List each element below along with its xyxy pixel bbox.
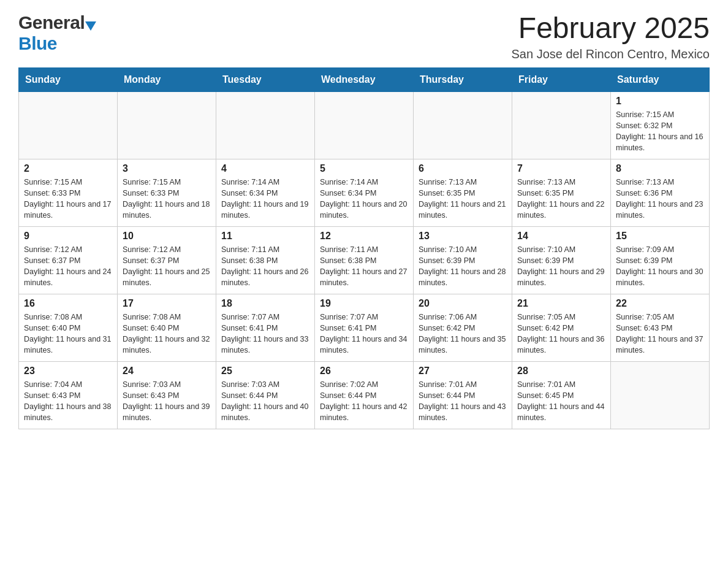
calendar-day-cell: 2Sunrise: 7:15 AMSunset: 6:33 PMDaylight… <box>19 159 118 226</box>
calendar-day-header: Saturday <box>611 67 710 91</box>
day-number: 21 <box>517 298 605 309</box>
day-info: Sunrise: 7:01 AMSunset: 6:44 PMDaylight:… <box>419 379 507 424</box>
logo-general: General <box>18 12 85 33</box>
day-number: 27 <box>419 366 507 377</box>
day-number: 20 <box>419 298 507 309</box>
logo: General Blue <box>18 12 96 54</box>
calendar-day-cell: 25Sunrise: 7:03 AMSunset: 6:44 PMDayligh… <box>216 361 315 429</box>
day-info: Sunrise: 7:02 AMSunset: 6:44 PMDaylight:… <box>320 379 408 424</box>
calendar-header-row: SundayMondayTuesdayWednesdayThursdayFrid… <box>19 67 710 91</box>
day-number: 24 <box>123 366 211 377</box>
day-number: 8 <box>616 163 704 174</box>
calendar-day-cell: 9Sunrise: 7:12 AMSunset: 6:37 PMDaylight… <box>19 226 118 294</box>
calendar-day-cell: 20Sunrise: 7:06 AMSunset: 6:42 PMDayligh… <box>414 294 512 361</box>
calendar-day-cell: 24Sunrise: 7:03 AMSunset: 6:43 PMDayligh… <box>118 361 216 429</box>
calendar-day-cell: 6Sunrise: 7:13 AMSunset: 6:35 PMDaylight… <box>414 159 512 226</box>
day-info: Sunrise: 7:14 AMSunset: 6:34 PMDaylight:… <box>221 177 309 221</box>
calendar-day-header: Thursday <box>414 67 512 91</box>
calendar-body: 1Sunrise: 7:15 AMSunset: 6:32 PMDaylight… <box>19 91 710 429</box>
day-number: 6 <box>419 163 507 174</box>
calendar-week-row: 1Sunrise: 7:15 AMSunset: 6:32 PMDaylight… <box>19 91 710 159</box>
calendar-day-cell: 22Sunrise: 7:05 AMSunset: 6:43 PMDayligh… <box>611 294 710 361</box>
day-number: 25 <box>221 366 309 377</box>
day-info: Sunrise: 7:10 AMSunset: 6:39 PMDaylight:… <box>419 244 507 289</box>
day-info: Sunrise: 7:11 AMSunset: 6:38 PMDaylight:… <box>221 244 309 289</box>
calendar-day-cell <box>118 91 216 159</box>
day-number: 9 <box>24 231 112 242</box>
day-number: 16 <box>24 298 112 309</box>
calendar-week-row: 16Sunrise: 7:08 AMSunset: 6:40 PMDayligh… <box>19 294 710 361</box>
day-number: 17 <box>123 298 211 309</box>
calendar-table: SundayMondayTuesdayWednesdayThursdayFrid… <box>18 67 710 429</box>
calendar-day-cell: 8Sunrise: 7:13 AMSunset: 6:36 PMDaylight… <box>611 159 710 226</box>
day-number: 23 <box>24 366 112 377</box>
day-number: 5 <box>320 163 408 174</box>
calendar-day-cell: 26Sunrise: 7:02 AMSunset: 6:44 PMDayligh… <box>315 361 414 429</box>
calendar-day-cell: 12Sunrise: 7:11 AMSunset: 6:38 PMDayligh… <box>315 226 414 294</box>
calendar-day-header: Wednesday <box>315 67 414 91</box>
day-info: Sunrise: 7:05 AMSunset: 6:42 PMDaylight:… <box>517 312 605 356</box>
calendar-day-cell: 15Sunrise: 7:09 AMSunset: 6:39 PMDayligh… <box>611 226 710 294</box>
calendar-day-header: Tuesday <box>216 67 315 91</box>
day-number: 2 <box>24 163 112 174</box>
calendar-day-cell <box>414 91 512 159</box>
day-info: Sunrise: 7:15 AMSunset: 6:33 PMDaylight:… <box>24 177 112 221</box>
calendar-day-cell: 23Sunrise: 7:04 AMSunset: 6:43 PMDayligh… <box>19 361 118 429</box>
calendar-day-cell: 5Sunrise: 7:14 AMSunset: 6:34 PMDaylight… <box>315 159 414 226</box>
day-info: Sunrise: 7:13 AMSunset: 6:36 PMDaylight:… <box>616 177 704 221</box>
calendar-day-cell: 1Sunrise: 7:15 AMSunset: 6:32 PMDaylight… <box>611 91 710 159</box>
day-info: Sunrise: 7:13 AMSunset: 6:35 PMDaylight:… <box>517 177 605 221</box>
day-info: Sunrise: 7:12 AMSunset: 6:37 PMDaylight:… <box>123 244 211 289</box>
calendar-day-cell: 19Sunrise: 7:07 AMSunset: 6:41 PMDayligh… <box>315 294 414 361</box>
logo-triangle-icon <box>85 21 96 31</box>
day-number: 18 <box>221 298 309 309</box>
calendar-day-cell: 13Sunrise: 7:10 AMSunset: 6:39 PMDayligh… <box>414 226 512 294</box>
day-info: Sunrise: 7:15 AMSunset: 6:33 PMDaylight:… <box>123 177 211 221</box>
page-subtitle: San Jose del Rincon Centro, Mexico <box>512 47 710 61</box>
day-number: 3 <box>123 163 211 174</box>
calendar-day-cell: 7Sunrise: 7:13 AMSunset: 6:35 PMDaylight… <box>512 159 611 226</box>
day-number: 4 <box>221 163 309 174</box>
calendar-week-row: 23Sunrise: 7:04 AMSunset: 6:43 PMDayligh… <box>19 361 710 429</box>
calendar-day-cell: 3Sunrise: 7:15 AMSunset: 6:33 PMDaylight… <box>118 159 216 226</box>
calendar-day-header: Friday <box>512 67 611 91</box>
calendar-day-cell <box>512 91 611 159</box>
day-info: Sunrise: 7:03 AMSunset: 6:44 PMDaylight:… <box>221 379 309 424</box>
calendar-day-cell: 21Sunrise: 7:05 AMSunset: 6:42 PMDayligh… <box>512 294 611 361</box>
day-info: Sunrise: 7:08 AMSunset: 6:40 PMDaylight:… <box>123 312 211 356</box>
calendar-header: SundayMondayTuesdayWednesdayThursdayFrid… <box>19 67 710 91</box>
calendar-day-cell: 4Sunrise: 7:14 AMSunset: 6:34 PMDaylight… <box>216 159 315 226</box>
day-info: Sunrise: 7:01 AMSunset: 6:45 PMDaylight:… <box>517 379 605 424</box>
calendar-week-row: 9Sunrise: 7:12 AMSunset: 6:37 PMDaylight… <box>19 226 710 294</box>
calendar-day-cell: 27Sunrise: 7:01 AMSunset: 6:44 PMDayligh… <box>414 361 512 429</box>
calendar-day-cell: 10Sunrise: 7:12 AMSunset: 6:37 PMDayligh… <box>118 226 216 294</box>
page-header: General Blue February 2025 San Jose del … <box>18 12 710 61</box>
logo-blue: Blue <box>18 33 57 53</box>
day-info: Sunrise: 7:03 AMSunset: 6:43 PMDaylight:… <box>123 379 211 424</box>
calendar-day-cell <box>216 91 315 159</box>
day-number: 15 <box>616 231 704 242</box>
day-info: Sunrise: 7:04 AMSunset: 6:43 PMDaylight:… <box>24 379 112 424</box>
calendar-day-header: Sunday <box>19 67 118 91</box>
day-info: Sunrise: 7:13 AMSunset: 6:35 PMDaylight:… <box>419 177 507 221</box>
day-number: 12 <box>320 231 408 242</box>
day-info: Sunrise: 7:15 AMSunset: 6:32 PMDaylight:… <box>616 109 704 154</box>
day-number: 14 <box>517 231 605 242</box>
page-title: February 2025 <box>512 12 710 45</box>
day-info: Sunrise: 7:10 AMSunset: 6:39 PMDaylight:… <box>517 244 605 289</box>
day-number: 10 <box>123 231 211 242</box>
calendar-day-cell: 28Sunrise: 7:01 AMSunset: 6:45 PMDayligh… <box>512 361 611 429</box>
day-number: 26 <box>320 366 408 377</box>
day-info: Sunrise: 7:11 AMSunset: 6:38 PMDaylight:… <box>320 244 408 289</box>
calendar-day-cell <box>19 91 118 159</box>
day-info: Sunrise: 7:06 AMSunset: 6:42 PMDaylight:… <box>419 312 507 356</box>
calendar-day-cell <box>611 361 710 429</box>
calendar-day-cell: 14Sunrise: 7:10 AMSunset: 6:39 PMDayligh… <box>512 226 611 294</box>
day-number: 7 <box>517 163 605 174</box>
day-info: Sunrise: 7:07 AMSunset: 6:41 PMDaylight:… <box>221 312 309 356</box>
day-number: 19 <box>320 298 408 309</box>
day-info: Sunrise: 7:07 AMSunset: 6:41 PMDaylight:… <box>320 312 408 356</box>
day-info: Sunrise: 7:08 AMSunset: 6:40 PMDaylight:… <box>24 312 112 356</box>
day-number: 22 <box>616 298 704 309</box>
day-info: Sunrise: 7:14 AMSunset: 6:34 PMDaylight:… <box>320 177 408 221</box>
